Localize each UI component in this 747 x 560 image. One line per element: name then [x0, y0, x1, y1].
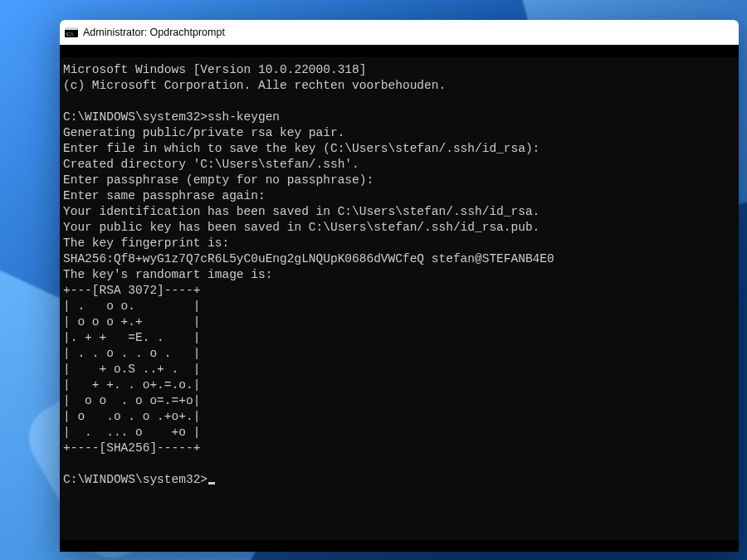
- cmd-window: C:\ Administrator: Opdrachtprompt Micros…: [60, 20, 739, 552]
- cmd-icon: C:\: [65, 26, 78, 39]
- svg-text:C:\: C:\: [66, 31, 74, 37]
- cursor: [208, 482, 215, 485]
- desktop-background: C:\ Administrator: Opdrachtprompt Micros…: [0, 0, 747, 560]
- svg-rect-1: [65, 27, 78, 30]
- titlebar[interactable]: C:\ Administrator: Opdrachtprompt: [60, 20, 739, 45]
- terminal-output[interactable]: Microsoft Windows [Version 10.0.22000.31…: [60, 57, 739, 540]
- window-title: Administrator: Opdrachtprompt: [83, 27, 225, 38]
